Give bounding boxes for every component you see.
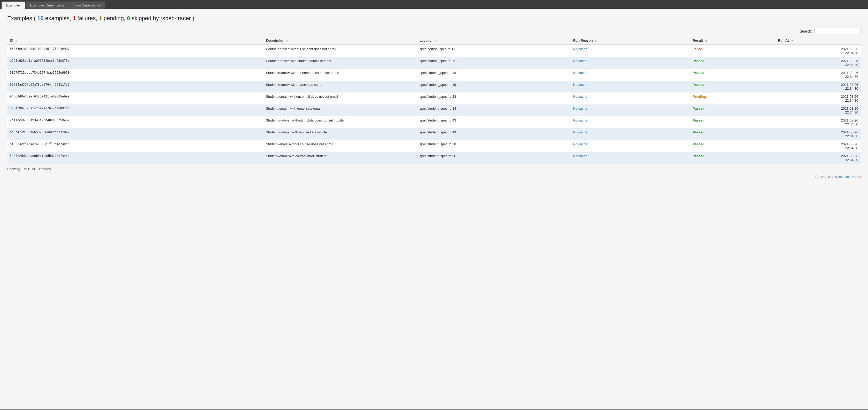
cell-description: Student#mobile= with mobile sets mobile [263, 128, 417, 140]
cell-run-at: 2021-08-2622:34:30 [776, 69, 861, 81]
cell-run-at: 2021-08-2622:34:30 [776, 45, 861, 57]
col-header-run-at[interactable]: Run At ▼ [776, 36, 861, 45]
cell-description: Student#name= without name does not set … [263, 69, 417, 81]
result-value: Failed [692, 47, 703, 51]
cell-run-reason: No cache [571, 92, 690, 105]
cell-location: spec/student_spec.rb:28 [417, 92, 571, 105]
cell-description: Student#email= with email sets email [263, 105, 417, 116]
cell-run-reason: No cache [571, 81, 690, 92]
run-reason-value: No cache [573, 130, 587, 134]
cell-run-at: 2021-08-2622:34:30 [776, 116, 861, 128]
table-row: 1204399c326afc25e7ac7b474fd091fbStudent#… [7, 105, 861, 116]
count-failures: 1 [72, 15, 76, 22]
search-bar: Search: [7, 28, 861, 34]
cell-run-at: 2021-08-2622:34:30 [776, 92, 861, 105]
table-row: b5963ecab8d95c1024a46117fce4e907Course e… [7, 45, 861, 57]
main-content: Examples ( 10 examples, 1 failures, 1 pe… [0, 9, 868, 409]
cell-run-at: 2021-08-2622:34:30 [776, 128, 861, 140]
cell-location: spec/course_spec.rb:11 [417, 45, 571, 57]
col-header-description[interactable]: Description ⇅ [263, 36, 417, 45]
run-reason-value: No cache [573, 118, 587, 122]
table-header-row: ID ⇅ Description ⇅ Location ⇅ Run Reason… [7, 36, 861, 45]
cell-run-reason: No cache [571, 140, 690, 152]
cell-run-at: 2021-08-2622:34:30 [776, 140, 861, 152]
cell-id: 3f99232fe4c4a761928e1f1931a24eea [7, 140, 263, 152]
cell-id: 58676715ecac734d527fbae5735e9938 [7, 69, 263, 81]
sort-icon-description: ⇅ [286, 39, 288, 42]
result-value: Passed [692, 154, 705, 158]
run-reason-value: No cache [573, 154, 587, 158]
cell-description: Student#email= without email does not se… [263, 92, 417, 105]
col-header-result[interactable]: Result ⇅ [690, 36, 775, 45]
cell-run-reason: No cache [571, 45, 690, 57]
cell-location: spec/student_spec.rb:34 [417, 105, 571, 116]
cell-result: Failed [690, 45, 775, 57]
sort-icon-id: ⇅ [15, 39, 17, 42]
generated-by: Generated by rspec-tracer v0.1.0 [7, 175, 861, 181]
cell-run-at: 2021-08-2622:34:30 [776, 105, 861, 116]
result-value: Passed [692, 59, 705, 63]
table-row: 62794ad377b63a78ce9764f4638117a5Student#… [7, 81, 861, 92]
cell-run-reason: No cache [571, 152, 690, 164]
page-title: Examples ( 10 examples, 1 failures, 1 pe… [7, 15, 861, 22]
cell-description: Course enrolled with student enrolls stu… [263, 57, 417, 69]
tab-examples-dependency[interactable]: Examples Dependency [26, 2, 69, 9]
table-row: 2d117cea05919345e9dc40eb53c59467Student#… [7, 116, 861, 128]
cell-description: Course enrolled without student does not… [263, 45, 417, 57]
cell-description: Student#enroll without course does not e… [263, 140, 417, 152]
cell-id: ba8b472d983d66597926aaccca337822 [7, 128, 263, 140]
cell-location: spec/student_spec.rb:58 [417, 140, 571, 152]
col-header-location[interactable]: Location ⇅ [417, 36, 571, 45]
result-value: Passed [692, 118, 705, 122]
result-value: Pending [692, 95, 706, 98]
result-value: Passed [692, 83, 705, 87]
table-row: 94cd4d0e1d9ef63237421fe02085eb9aStudent#… [7, 92, 861, 105]
rspec-tracer-link[interactable]: rspec-tracer [835, 175, 851, 179]
result-value: Passed [692, 130, 705, 134]
run-reason-value: No cache [573, 83, 587, 87]
cell-run-reason: No cache [571, 57, 690, 69]
cell-run-at: 2021-08-2622:34:30 [776, 81, 861, 92]
cell-location: spec/student_spec.rb:19 [417, 81, 571, 92]
cell-run-at: 2021-08-2622:34:30 [776, 57, 861, 69]
sort-icon-location: ⇅ [436, 39, 438, 42]
footer-text: Showing 1 to 10 of 10 entries [7, 167, 861, 171]
cell-result: Passed [690, 152, 775, 164]
table-row: 5907b2dd7cda60bfc1c5dbd70707345bStudent#… [7, 152, 861, 164]
cell-id: e295e625ca1afa091751bcc3d43e373c [7, 57, 263, 69]
cell-id: 1204399c326afc25e7ac7b474fd091fb [7, 105, 263, 116]
col-header-id[interactable]: ID ⇅ [7, 36, 263, 45]
tab-examples[interactable]: Examples [2, 2, 25, 9]
run-reason-value: No cache [573, 107, 587, 110]
run-reason-value: No cache [573, 142, 587, 146]
table-row: e295e625ca1afa091751bcc3d43e373cCourse e… [7, 57, 861, 69]
run-reason-value: No cache [573, 47, 587, 51]
table-body: b5963ecab8d95c1024a46117fce4e907Course e… [7, 45, 861, 164]
cell-run-reason: No cache [571, 116, 690, 128]
col-header-run-reason[interactable]: Run Reason ⇅ [571, 36, 690, 45]
sort-icon-run-at: ▼ [791, 39, 793, 42]
examples-table: ID ⇅ Description ⇅ Location ⇅ Run Reason… [7, 36, 861, 164]
cell-description: Student#mobile= without mobile does not … [263, 116, 417, 128]
tab-bar: Examples Examples Dependency Files Depen… [0, 0, 868, 9]
tab-files-dependency[interactable]: Files Dependency [69, 2, 105, 9]
count-pending: 1 [99, 15, 102, 22]
cell-result: Passed [690, 116, 775, 128]
table-row: 3f99232fe4c4a761928e1f1931a24eeaStudent#… [7, 140, 861, 152]
cell-location: spec/student_spec.rb:43 [417, 116, 571, 128]
count-skipped: 0 [127, 15, 130, 22]
cell-description: Student#enroll with course enroll studen… [263, 152, 417, 164]
cell-description: Student#name= with name sets name [263, 81, 417, 92]
cell-result: Passed [690, 105, 775, 116]
count-examples: 10 [37, 15, 43, 22]
run-reason-value: No cache [573, 95, 587, 98]
cell-run-reason: No cache [571, 128, 690, 140]
cell-id: 62794ad377b63a78ce9764f4638117a5 [7, 81, 263, 92]
cell-result: Passed [690, 81, 775, 92]
sort-icon-run-reason: ⇅ [595, 39, 597, 42]
run-reason-value: No cache [573, 59, 587, 63]
cell-run-reason: No cache [571, 69, 690, 81]
search-input[interactable] [814, 28, 861, 34]
table-row: 58676715ecac734d527fbae5735e9938Student#… [7, 69, 861, 81]
cell-id: 2d117cea05919345e9dc40eb53c59467 [7, 116, 263, 128]
